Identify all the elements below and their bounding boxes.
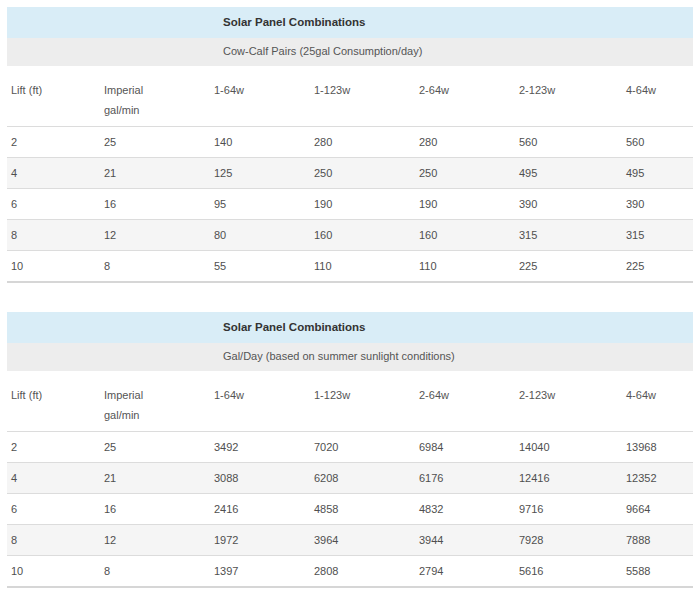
table-column-header-row: Lift (ft) Imperial gal/min 1-64w 1-123w … (7, 66, 693, 127)
table-cell: 55 (210, 251, 310, 283)
table-cell: 13968 (622, 432, 693, 463)
table-cell: 9664 (622, 494, 693, 525)
table-title: Solar Panel Combinations (7, 312, 693, 343)
table-title-row: Solar Panel Combinations (7, 7, 693, 38)
table-cell: 190 (310, 189, 415, 220)
table-cell: 250 (415, 158, 515, 189)
table-cell: 80 (210, 220, 310, 251)
column-header-2-123w: 2-123w (515, 371, 622, 432)
table-cell: 21 (100, 158, 210, 189)
table-cell: 7888 (622, 525, 693, 556)
table-row: 4 21 125 250 250 495 495 (7, 158, 693, 189)
table-cell: 4 (7, 463, 100, 494)
table-cell: 2 (7, 127, 100, 158)
table-cell: 560 (622, 127, 693, 158)
table-row: 6 16 2416 4858 4832 9716 9664 (7, 494, 693, 525)
table-cell: 16 (100, 494, 210, 525)
table-subtitle-row: Cow-Calf Pairs (25gal Consumption/day) (7, 38, 693, 66)
column-header-lift: Lift (ft) (7, 371, 100, 432)
table-cell: 110 (310, 251, 415, 283)
table-cell: 12352 (622, 463, 693, 494)
table-cell: 8 (100, 251, 210, 283)
table-cell: 2 (7, 432, 100, 463)
table-cell: 8 (7, 525, 100, 556)
table-cell: 6984 (415, 432, 515, 463)
table-cell: 2808 (310, 556, 415, 588)
table-row: 8 12 80 160 160 315 315 (7, 220, 693, 251)
table-cell: 6176 (415, 463, 515, 494)
table-cell: 160 (415, 220, 515, 251)
table-row: 6 16 95 190 190 390 390 (7, 189, 693, 220)
table-cell: 9716 (515, 494, 622, 525)
table-cell: 315 (622, 220, 693, 251)
table-cell: 25 (100, 127, 210, 158)
table-cell: 160 (310, 220, 415, 251)
table-cell: 390 (622, 189, 693, 220)
table-subtitle: Cow-Calf Pairs (25gal Consumption/day) (7, 38, 693, 66)
table-cell: 12 (100, 220, 210, 251)
page-content: Solar Panel Combinations Cow-Calf Pairs … (0, 0, 700, 588)
table-column-header-row: Lift (ft) Imperial gal/min 1-64w 1-123w … (7, 371, 693, 432)
table-cell: 10 (7, 251, 100, 283)
table-cell: 25 (100, 432, 210, 463)
column-header-1-64w: 1-64w (210, 371, 310, 432)
table-cell: 3944 (415, 525, 515, 556)
table-row: 10 8 55 110 110 225 225 (7, 251, 693, 283)
table-cell: 12416 (515, 463, 622, 494)
column-header-1-64w: 1-64w (210, 66, 310, 127)
table-cell: 8 (100, 556, 210, 588)
column-header-4-64w: 4-64w (622, 66, 693, 127)
table-cell: 7020 (310, 432, 415, 463)
table-cell: 95 (210, 189, 310, 220)
table-cell: 2416 (210, 494, 310, 525)
table-cell: 10 (7, 556, 100, 588)
table-cell: 3088 (210, 463, 310, 494)
table-cell: 390 (515, 189, 622, 220)
table-cell: 3492 (210, 432, 310, 463)
column-header-line: Imperial (104, 80, 206, 100)
table-cell: 250 (310, 158, 415, 189)
column-header-2-64w: 2-64w (415, 371, 515, 432)
column-header-line: gal/min (104, 405, 206, 425)
column-header-1-123w: 1-123w (310, 371, 415, 432)
column-header-4-64w: 4-64w (622, 371, 693, 432)
table-subtitle: Gal/Day (based on summer sunlight condit… (7, 343, 693, 371)
table-cell: 21 (100, 463, 210, 494)
column-header-imperial-gal-min: Imperial gal/min (100, 371, 210, 432)
table-cell: 225 (622, 251, 693, 283)
table-cell: 6 (7, 189, 100, 220)
table-cell: 4858 (310, 494, 415, 525)
table-cell: 4832 (415, 494, 515, 525)
table-cell: 495 (515, 158, 622, 189)
column-header-2-123w: 2-123w (515, 66, 622, 127)
table-cell: 12 (100, 525, 210, 556)
table-cell: 110 (415, 251, 515, 283)
table-row: 10 8 1397 2808 2794 5616 5588 (7, 556, 693, 588)
table-cell: 8 (7, 220, 100, 251)
table-cell: 280 (415, 127, 515, 158)
table-row: 2 25 140 280 280 560 560 (7, 127, 693, 158)
table-cell: 190 (415, 189, 515, 220)
table-cell: 5588 (622, 556, 693, 588)
table-cell: 560 (515, 127, 622, 158)
table-cell: 315 (515, 220, 622, 251)
table-cell: 3964 (310, 525, 415, 556)
table-cell: 6 (7, 494, 100, 525)
column-header-line: gal/min (104, 100, 206, 120)
table-cell: 2794 (415, 556, 515, 588)
column-header-2-64w: 2-64w (415, 66, 515, 127)
table-cell: 125 (210, 158, 310, 189)
table-title-row: Solar Panel Combinations (7, 312, 693, 343)
table-subtitle-row: Gal/Day (based on summer sunlight condit… (7, 343, 693, 371)
table-cell: 140 (210, 127, 310, 158)
table-cell: 225 (515, 251, 622, 283)
table-cell: 4 (7, 158, 100, 189)
table-cell: 495 (622, 158, 693, 189)
table-title: Solar Panel Combinations (7, 7, 693, 38)
table-cell: 14040 (515, 432, 622, 463)
column-header-imperial-gal-min: Imperial gal/min (100, 66, 210, 127)
table-cell: 16 (100, 189, 210, 220)
column-header-lift: Lift (ft) (7, 66, 100, 127)
table-row: 2 25 3492 7020 6984 14040 13968 (7, 432, 693, 463)
column-header-1-123w: 1-123w (310, 66, 415, 127)
